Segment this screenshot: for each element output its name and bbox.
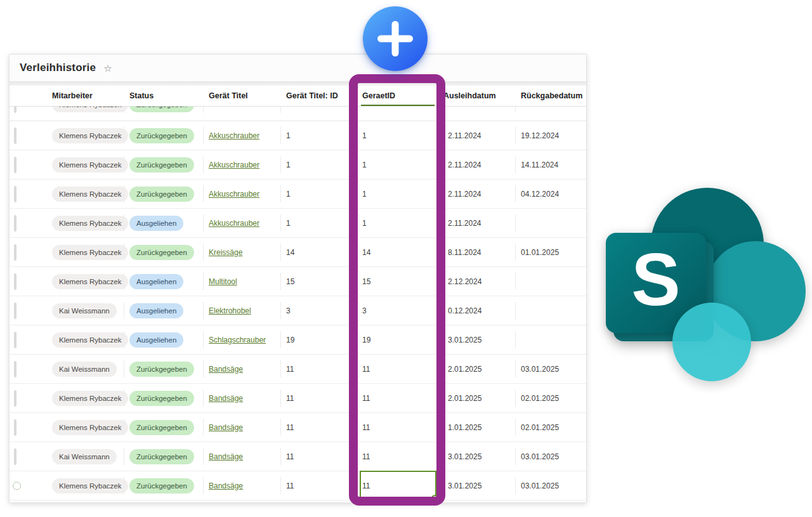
column-header-ausleihdatum[interactable]: Ausleihdatum — [438, 86, 516, 106]
employee-pill[interactable]: Kai Weissmann — [52, 362, 117, 377]
geraet-titel-link[interactable]: Akkuschrauber — [209, 160, 259, 169]
geraet-titel-link[interactable]: Schlagschrauber — [209, 336, 266, 344]
employee-pill[interactable]: Klemens Rybaczek — [52, 107, 128, 112]
column-header-rueckgabedatum[interactable]: Rückgabedatum — [516, 86, 586, 106]
geraet-titel-link[interactable]: Elektrohobel — [209, 306, 251, 315]
table-row[interactable]: Kai Weissmann Ausgeliehen Elektrohobel 3… — [10, 296, 586, 325]
status-pill[interactable]: Zurückgegeben — [129, 128, 194, 143]
cell-status[interactable]: Zurückgegeben — [124, 384, 204, 412]
cell-mitarbeiter[interactable]: Klemens Rybaczek — [48, 413, 124, 442]
employee-pill[interactable]: Klemens Rybaczek — [52, 245, 128, 260]
table-row[interactable]: Klemens Rybaczek Zurückgegeben Akkuschra… — [10, 180, 586, 209]
cell-rueckgabedatum[interactable]: 03.01.2025 — [516, 442, 586, 471]
cell-rueckgabedatum[interactable]: 03.01.2025 — [516, 471, 586, 500]
status-pill[interactable]: Zurückgegeben — [129, 449, 194, 464]
row-selection-cell[interactable] — [10, 150, 48, 179]
cell-geraet-titel[interactable]: Bandsäge — [204, 355, 281, 383]
geraet-titel-link[interactable]: Bandsäge — [209, 365, 243, 374]
cell-geraet-titel-id[interactable]: 11 — [281, 384, 359, 412]
table-row[interactable]: Klemens Rybaczek Ausgeliehen Multitool 1… — [10, 267, 586, 296]
cell-ausleihdatum[interactable]: 3.01.2025 — [438, 325, 516, 354]
geraet-titel-link[interactable]: Bandsäge — [209, 394, 243, 403]
column-header-geraet-titel-id[interactable]: Gerät Titel: ID — [281, 86, 359, 106]
cell-ausleihdatum[interactable]: 2.11.2024 — [438, 209, 516, 237]
column-header-geraet-id[interactable]: GeraetID — [359, 86, 438, 106]
employee-pill[interactable]: Klemens Rybaczek — [52, 216, 128, 231]
row-selection-cell[interactable] — [10, 442, 48, 471]
row-select-circle[interactable] — [13, 481, 21, 490]
add-item-button[interactable] — [363, 6, 428, 71]
status-pill[interactable]: Ausgeliehen — [129, 216, 183, 231]
cell-geraet-titel[interactable]: Schlagschrauber — [204, 325, 281, 354]
status-pill[interactable]: Ausgeliehen — [129, 303, 183, 318]
cell-status[interactable]: Zurückgegeben — [124, 355, 204, 383]
cell-mitarbeiter[interactable]: Klemens Rybaczek — [48, 267, 124, 296]
table-row[interactable]: Klemens Rybaczek Zurückgegeben Bandsäge … — [10, 384, 586, 413]
table-row[interactable]: Klemens Rybaczek Ausgeliehen Schlagschra… — [10, 325, 586, 355]
cell-geraet-titel-id[interactable]: 15 — [281, 267, 359, 296]
table-row[interactable]: Klemens Rybaczek Zurückgegeben Akkuschra… — [10, 121, 586, 150]
cell-status[interactable]: Zurückgegeben — [124, 121, 204, 150]
status-pill[interactable]: Zurückgegeben — [129, 187, 194, 202]
cell-status[interactable]: Ausgeliehen — [124, 267, 204, 296]
cell-rueckgabedatum[interactable]: 14.11.2024 — [516, 150, 586, 179]
employee-pill[interactable]: Klemens Rybaczek — [52, 157, 128, 173]
employee-pill[interactable]: Klemens Rybaczek — [52, 128, 128, 143]
cell-status[interactable]: Zurückgegeben — [124, 107, 204, 119]
row-selection-cell[interactable] — [10, 107, 48, 119]
cell-geraet-titel-id[interactable]: 19 — [281, 325, 359, 354]
row-selection-cell[interactable] — [10, 325, 48, 354]
cell-geraet-titel[interactable]: Multitool — [204, 267, 281, 296]
cell-mitarbeiter[interactable]: Klemens Rybaczek — [48, 180, 124, 208]
row-selection-cell[interactable] — [10, 209, 48, 237]
cell-status[interactable]: Ausgeliehen — [124, 209, 204, 237]
geraet-titel-link[interactable]: Bandsäge — [209, 481, 243, 490]
cell-geraet-id[interactable]: 11 — [359, 471, 438, 500]
status-pill[interactable]: Zurückgegeben — [129, 391, 194, 406]
table-row[interactable]: Klemens Rybaczek Zurückgegeben Bandsäge … — [10, 471, 586, 501]
cell-geraet-id[interactable]: 1 — [359, 209, 438, 237]
status-pill[interactable]: Zurückgegeben — [129, 420, 194, 435]
cell-geraet-titel-id[interactable]: 11 — [281, 355, 359, 383]
geraet-titel-link[interactable]: Kreissäge — [209, 248, 242, 257]
cell-rueckgabedatum[interactable] — [516, 296, 586, 325]
row-selection-cell[interactable] — [10, 471, 48, 500]
cell-ausleihdatum[interactable] — [438, 107, 516, 119]
cell-ausleihdatum[interactable]: 2.11.2024 — [438, 121, 516, 150]
cell-mitarbeiter[interactable]: Kai Weissmann — [48, 296, 124, 325]
cell-mitarbeiter[interactable]: Klemens Rybaczek — [48, 325, 124, 354]
status-pill[interactable]: Zurückgegeben — [129, 245, 194, 260]
cell-ausleihdatum[interactable]: 3.01.2025 — [438, 471, 516, 500]
row-selection-cell[interactable] — [10, 267, 48, 296]
cell-geraet-id[interactable]: 14 — [359, 238, 438, 266]
cell-rueckgabedatum[interactable]: 04.12.2024 — [516, 180, 586, 208]
status-pill[interactable]: Zurückgegeben — [129, 107, 194, 112]
cell-geraet-id[interactable]: 3 — [359, 296, 438, 325]
cell-geraet-titel-id[interactable]: 1 — [281, 209, 359, 237]
cell-rueckgabedatum[interactable]: 02.01.2025 — [516, 413, 586, 442]
cell-geraet-titel[interactable]: Akkuschrauber — [204, 180, 281, 208]
employee-pill[interactable]: Klemens Rybaczek — [52, 187, 128, 202]
cell-geraet-id[interactable]: 19 — [359, 325, 438, 354]
cell-rueckgabedatum[interactable]: 19.12.2024 — [516, 121, 586, 150]
employee-pill[interactable]: Klemens Rybaczek — [52, 478, 128, 494]
cell-rueckgabedatum[interactable] — [516, 325, 586, 354]
table-row[interactable]: Kai Weissmann Zurückgegeben Bandsäge 11 … — [10, 442, 586, 471]
cell-mitarbeiter[interactable]: Klemens Rybaczek — [48, 121, 124, 150]
cell-ausleihdatum[interactable]: 8.11.2024 — [438, 238, 516, 266]
cell-mitarbeiter[interactable]: Klemens Rybaczek — [48, 209, 124, 237]
cell-geraet-id[interactable] — [359, 107, 438, 119]
cell-geraet-titel[interactable]: Akkuschrauber — [204, 209, 281, 237]
cell-geraet-titel[interactable]: Bandsäge — [204, 442, 281, 471]
cell-geraet-id[interactable]: 11 — [359, 442, 438, 471]
cell-geraet-id[interactable]: 11 — [359, 384, 438, 412]
cell-mitarbeiter[interactable]: Kai Weissmann — [48, 442, 124, 471]
cell-geraet-titel[interactable] — [204, 107, 281, 119]
cell-geraet-titel-id[interactable]: 1 — [281, 121, 359, 150]
cell-mitarbeiter[interactable]: Klemens Rybaczek — [48, 471, 124, 500]
status-pill[interactable]: Ausgeliehen — [129, 332, 183, 348]
cell-ausleihdatum[interactable]: 0.12.2024 — [438, 296, 516, 325]
cell-geraet-titel-id[interactable]: 11 — [281, 413, 359, 442]
cell-status[interactable]: Zurückgegeben — [124, 442, 204, 471]
status-pill[interactable]: Ausgeliehen — [129, 274, 183, 289]
